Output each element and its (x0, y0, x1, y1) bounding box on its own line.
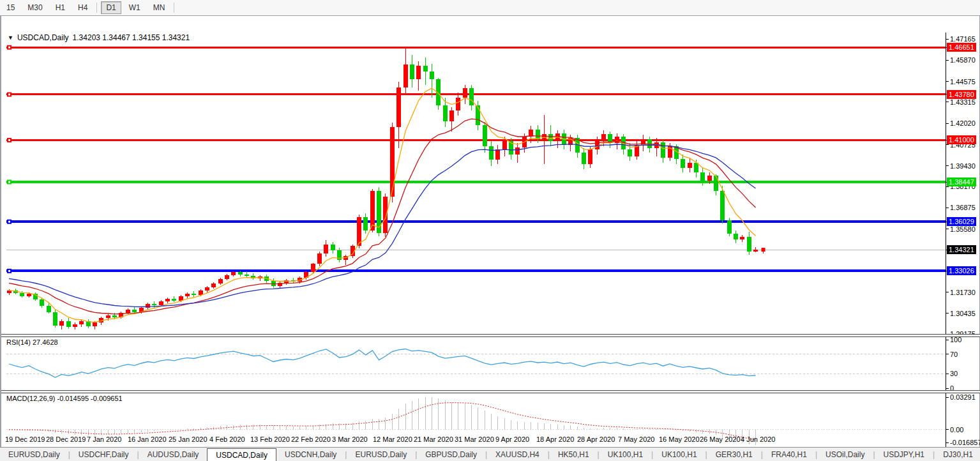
date-tick-label: 31 Mar 2020 (455, 435, 494, 443)
toolbar-separator (174, 3, 174, 13)
chart-tab-dj30-h1[interactable]: DJ30,H1 (935, 448, 980, 461)
chart-tab-usdchf-daily[interactable]: USDCHF,Daily (70, 448, 137, 461)
timeframe-button-H1[interactable]: H1 (50, 1, 70, 14)
candle-body (218, 279, 223, 283)
candle-body (403, 64, 408, 87)
candle-body (601, 134, 606, 139)
candle-body (734, 234, 738, 239)
hline-handle-center (8, 270, 10, 272)
candle-body (740, 237, 744, 239)
rsi-scale-label: 30 (950, 370, 958, 377)
chart-tab-eurusd-daily[interactable]: EURUSD,Daily (0, 448, 68, 461)
date-tick-label: 9 Apr 2020 (495, 435, 529, 443)
price-tick-label: 1.43315 (950, 98, 976, 106)
candle-body (73, 324, 77, 327)
chart-tab-ger30-h1[interactable]: GER30,H1 (707, 448, 761, 461)
candle-body (47, 306, 51, 312)
candle-body (324, 245, 328, 254)
candle-body (430, 72, 434, 80)
timeframe-button-15[interactable]: 15 (1, 1, 20, 14)
candle-body (165, 299, 170, 301)
candle-body (443, 105, 448, 121)
price-tick-label: 1.42020 (950, 119, 976, 127)
candle-body (192, 294, 196, 295)
chart-title: ▼ USDCAD,Daily 1.34203 1.34467 1.34155 1… (8, 33, 190, 42)
price-badge: 1.43780 (947, 90, 976, 99)
date-tick-label: 12 Mar 2020 (373, 435, 412, 443)
candle-body (720, 191, 725, 220)
chart-tab-uk100-h1[interactable]: UK100,H1 (599, 448, 651, 461)
timeframe-button-MN[interactable]: MN (148, 1, 170, 14)
candle-body (311, 264, 315, 271)
price-tick-label: 1.30435 (950, 310, 976, 317)
price-tick-label: 1.39430 (950, 162, 976, 170)
candle-body (483, 125, 487, 146)
candle-body (707, 176, 712, 181)
slow-ma-line (9, 144, 756, 307)
candle-body (357, 217, 361, 246)
chart-tab-gbpusd-daily[interactable]: GBPUSD,Daily (417, 448, 485, 461)
candle-body (126, 310, 130, 313)
candle-body (615, 137, 619, 143)
timeframe-button-D1[interactable]: D1 (101, 1, 121, 14)
chart-window[interactable]: ▼ USDCAD,Daily 1.34203 1.34467 1.34155 1… (0, 15, 980, 447)
candle-body (40, 299, 44, 306)
chart-tab-uk100-h1[interactable]: UK100,H1 (653, 448, 705, 461)
candle-body (463, 88, 467, 98)
date-tick-label: 22 Feb 2020 (291, 435, 331, 443)
timeframe-toolbar: 15M30H1H4D1W1MN (0, 0, 980, 16)
chart-tab-usoil-daily[interactable]: USOil,Daily (817, 448, 873, 461)
candle-body (93, 322, 97, 326)
chart-canvas[interactable] (1, 16, 980, 461)
candle-body (449, 110, 454, 121)
candle-body (238, 272, 243, 274)
candle-body (317, 253, 322, 264)
chart-tab-usdjpy-h1[interactable]: USDJPY,H1 (875, 448, 933, 461)
candle-body (231, 272, 236, 275)
chart-tab-usdcnh-daily[interactable]: USDCNH,Daily (276, 448, 345, 461)
timeframe-button-H4[interactable]: H4 (73, 1, 93, 14)
price-tick-label: 1.31730 (950, 289, 976, 296)
price-tick-label: 1.44575 (950, 78, 976, 86)
candle-body (199, 291, 203, 295)
chart-tab-fra40-h1[interactable]: FRA40,H1 (763, 448, 815, 461)
hline-handle-center (8, 47, 10, 49)
candle-body (688, 163, 692, 168)
chart-tab-audusd-daily[interactable]: AUDUSD,Daily (139, 448, 207, 461)
chart-tab-hk50-h1[interactable]: HK50,H1 (550, 448, 598, 461)
candle-body (66, 321, 71, 327)
price-badge: 1.33026 (947, 266, 976, 275)
candle-body (747, 237, 751, 252)
candle-body (694, 163, 698, 172)
price-tick-label: 1.35580 (950, 225, 976, 233)
hline-handle-center (8, 139, 10, 141)
candle-body (714, 176, 718, 190)
pane-splitter-rsi[interactable] (1, 334, 980, 337)
price-tick-label: 1.45870 (950, 56, 976, 64)
candle-body (700, 172, 705, 181)
candle-body (489, 146, 494, 160)
pane-splitter-macd[interactable] (1, 390, 980, 393)
candle-body (536, 130, 540, 139)
price-badge: 1.46651 (947, 43, 976, 52)
candle-body (681, 159, 685, 168)
timeframe-button-W1[interactable]: W1 (124, 1, 146, 14)
symbol-dropdown-icon[interactable]: ▼ (8, 34, 13, 41)
date-tick-label: 7 May 2020 (618, 435, 654, 443)
candle-body (59, 321, 64, 326)
date-tick-label: 28 Apr 2020 (577, 435, 615, 443)
date-tick-label: 19 Dec 2019 (5, 435, 45, 443)
chart-tab-eurusd-daily[interactable]: EURUSD,Daily (347, 448, 415, 461)
timeframe-button-M30[interactable]: M30 (22, 1, 47, 14)
candle-body (132, 310, 137, 312)
chart-tab-usdcad-daily[interactable]: USDCAD,Daily (207, 448, 276, 461)
candle-body (410, 64, 414, 79)
macd-scale-label: 0.00 (950, 426, 963, 434)
date-tick-label: 28 Dec 2019 (46, 435, 86, 443)
date-tick-label: 3 Mar 2020 (332, 435, 368, 443)
fast-ma-line (9, 88, 756, 322)
date-tick-label: 13 Feb 2020 (250, 435, 290, 443)
candle-body (502, 141, 507, 149)
chart-tab-xauusd-h4[interactable]: XAUUSD,H4 (487, 448, 548, 461)
chart-symbol-label: USDCAD,Daily (17, 33, 69, 42)
